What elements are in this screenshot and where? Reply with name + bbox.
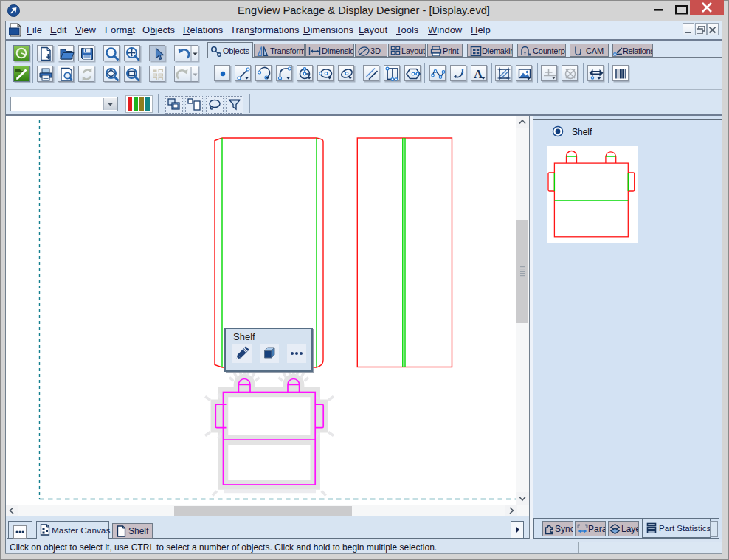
svg-text:A: A <box>474 67 483 81</box>
